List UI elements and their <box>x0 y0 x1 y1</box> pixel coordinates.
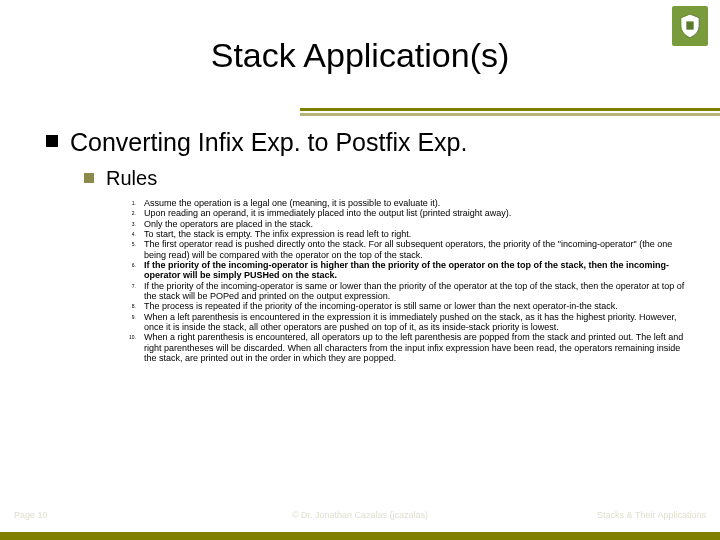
rule-number: 6. <box>122 260 144 269</box>
rule-number: 7. <box>122 281 144 290</box>
heading-row: Converting Infix Exp. to Postfix Exp. <box>46 127 694 157</box>
rule-text: Assume the operation is a legal one (mea… <box>144 198 694 208</box>
rule-item: 2.Upon reading an operand, it is immedia… <box>122 208 694 218</box>
rule-text: The first operator read is pushed direct… <box>144 239 694 260</box>
rule-number: 9. <box>122 312 144 321</box>
rule-number: 1. <box>122 198 144 207</box>
slide-title: Stack Application(s) <box>0 0 720 93</box>
rule-item: 9.When a left parenthesis is encountered… <box>122 312 694 333</box>
slide: Stack Application(s) Converting Infix Ex… <box>0 0 720 540</box>
heading-text: Converting Infix Exp. to Postfix Exp. <box>70 127 467 157</box>
square-bullet-icon <box>46 135 58 147</box>
rule-text: If the priority of the incoming-operator… <box>144 260 694 281</box>
svg-rect-0 <box>686 21 693 29</box>
footer-author: © Dr. Jonathan Cazalas (jcazalas) <box>292 510 428 520</box>
rule-text: Upon reading an operand, it is immediate… <box>144 208 694 218</box>
rule-item: 5.The first operator read is pushed dire… <box>122 239 694 260</box>
rule-item: 6.If the priority of the incoming-operat… <box>122 260 694 281</box>
rule-number: 5. <box>122 239 144 248</box>
rule-text: The process is repeated if the priority … <box>144 301 694 311</box>
rule-item: 4.To start, the stack is empty. The infi… <box>122 229 694 239</box>
subheading-row: Rules <box>84 167 694 190</box>
rule-item: 1.Assume the operation is a legal one (m… <box>122 198 694 208</box>
rule-number: 8. <box>122 301 144 310</box>
rule-number: 3. <box>122 219 144 228</box>
rule-number: 10. <box>122 332 144 341</box>
crest-icon <box>679 13 701 39</box>
content-area: Converting Infix Exp. to Postfix Exp. Ru… <box>0 93 720 364</box>
rule-item: 3.Only the operators are placed in the s… <box>122 219 694 229</box>
footer: Page 10 © Dr. Jonathan Cazalas (jcazalas… <box>0 508 720 522</box>
subheading-text: Rules <box>106 167 157 190</box>
rule-text: If the priority of the incoming-operator… <box>144 281 694 302</box>
rule-text: To start, the stack is empty. The infix … <box>144 229 694 239</box>
footer-topic: Stacks & Their Applications <box>597 510 706 520</box>
rule-item: 10.When a right parenthesis is encounter… <box>122 332 694 363</box>
rule-item: 8.The process is repeated if the priorit… <box>122 301 694 311</box>
rule-item: 7.If the priority of the incoming-operat… <box>122 281 694 302</box>
title-underline <box>300 108 720 118</box>
rule-number: 4. <box>122 229 144 238</box>
rules-list: 1.Assume the operation is a legal one (m… <box>122 198 694 364</box>
rule-text: When a left parenthesis is encountered i… <box>144 312 694 333</box>
rule-number: 2. <box>122 208 144 217</box>
footer-page: Page 10 <box>14 510 48 520</box>
rule-text: Only the operators are placed in the sta… <box>144 219 694 229</box>
square-bullet-icon <box>84 173 94 183</box>
university-logo <box>672 6 708 46</box>
rule-text: When a right parenthesis is encountered,… <box>144 332 694 363</box>
